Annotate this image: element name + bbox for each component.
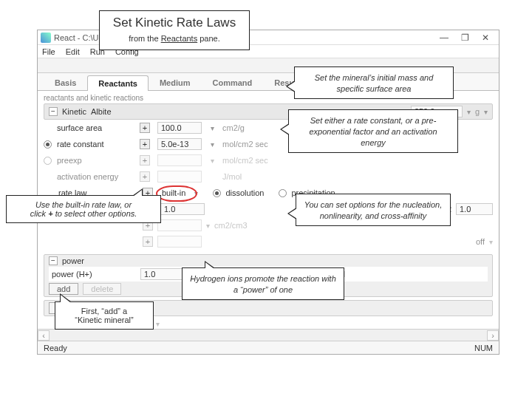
callout-tail-icon	[60, 293, 72, 302]
plus-button[interactable]: +	[140, 155, 150, 166]
xaff-off[interactable]: off	[476, 237, 485, 246]
callout-mass-text: Set the mineral’s initial mass and speci…	[315, 73, 434, 93]
horizontal-scrollbar[interactable]: ‹ ›	[38, 329, 499, 341]
callout-tail-icon	[287, 208, 296, 219]
builtin-text: built-in	[162, 188, 185, 197]
order2-input[interactable]: 1.0	[456, 203, 493, 215]
label-rate-constant: rate constant	[57, 140, 138, 149]
label-surface-area: surface area	[57, 123, 138, 132]
callout-title-l1: Set Kinetic Rate Laws	[107, 16, 242, 30]
plus-button[interactable]: +	[140, 171, 150, 182]
tab-reactants[interactable]: Reactants	[87, 75, 149, 91]
plus-button[interactable]: +	[140, 139, 150, 149]
callout-builtin-l1: Use the built-in rate law, or	[14, 200, 153, 209]
callout-rate: Set either a rate constant, or a pre-exp…	[288, 109, 458, 153]
dropdown-icon[interactable]: ▾	[484, 108, 488, 116]
rate-constant-input[interactable]: 5.0e-13	[157, 138, 202, 150]
callout-builtin-l2: click + to select other options.	[14, 209, 153, 218]
power-header: power	[62, 256, 84, 265]
power-delete-button[interactable]: delete	[83, 283, 121, 295]
order1-input[interactable]: 1.0	[160, 203, 205, 215]
radio-precipitation[interactable]	[279, 189, 287, 197]
callout-tail-icon	[286, 81, 295, 92]
callout-hions-text: Hydrogen ions promote the reaction with …	[190, 274, 336, 294]
dropdown-icon[interactable]: ▾	[489, 238, 493, 246]
scroll-left-icon[interactable]: ‹	[38, 330, 50, 341]
mineral-type: Kinetic	[62, 107, 86, 116]
scroll-right-icon[interactable]: ›	[487, 330, 499, 341]
callout-tail-icon	[205, 261, 215, 268]
app-icon	[41, 33, 51, 43]
dropdown-icon[interactable]: ▾	[211, 157, 221, 165]
label-activation-energy: activation energy	[57, 172, 138, 181]
callout-builtin: Use the built-in rate law, or click + to…	[6, 195, 161, 223]
statusbar: Ready NUM	[38, 341, 499, 354]
mineral-name: Albite	[91, 107, 112, 116]
nucleation-input[interactable]	[157, 219, 202, 231]
minimize-button[interactable]: —	[434, 31, 454, 44]
callout-addkm-l2: “Kinetic mineral”	[63, 316, 146, 324]
activation-energy-unit: J/mol	[222, 172, 493, 181]
radio-dissolution[interactable]	[213, 189, 221, 197]
row-activation-energy: activation energy + J/mol	[44, 168, 493, 185]
label-preexp: preexp	[57, 156, 138, 165]
status-ready: Ready	[44, 344, 67, 352]
row-preexp: preexp + ▾ mol/cm2 sec	[44, 152, 493, 168]
callout-title-l2: from the Reactants pane.	[107, 30, 242, 45]
menu-edit[interactable]: Edit	[66, 47, 80, 56]
dropdown-icon[interactable]: ▾	[467, 108, 471, 116]
callout-mass: Set the mineral’s initial mass and speci…	[294, 66, 454, 99]
callout-options-text: You can set options for the nucleation, …	[304, 200, 443, 220]
plus-button[interactable]: +	[140, 123, 150, 133]
xaff-input[interactable]	[157, 236, 202, 248]
nucleation-unit: cm2/cm3	[214, 221, 248, 230]
row-cross-affinity: + off ▾	[44, 233, 493, 250]
callout-hions: Hydrogen ions promote the reaction with …	[182, 267, 344, 300]
preexp-unit: mol/cm2 sec	[222, 156, 493, 165]
plus-button[interactable]: +	[143, 236, 153, 247]
dropdown-icon[interactable]: ▾	[211, 140, 221, 149]
tab-medium[interactable]: Medium	[149, 75, 202, 90]
callout-tail-icon	[280, 123, 289, 135]
radio-rate-constant[interactable]	[44, 140, 52, 149]
dropdown-icon[interactable]: ▾	[211, 124, 221, 132]
preexp-input[interactable]	[157, 154, 202, 166]
maximize-button[interactable]: ❐	[454, 31, 475, 44]
mineral-mass-unit[interactable]: g	[475, 107, 480, 116]
collapse-icon[interactable]: −	[49, 107, 58, 116]
dropdown-icon[interactable]: ▾	[156, 320, 160, 328]
rate-law-value[interactable]: built-in	[157, 187, 190, 199]
tab-basis[interactable]: Basis	[44, 75, 87, 90]
callout-options: You can set options for the nucleation, …	[296, 194, 451, 226]
dropdown-icon[interactable]: ▾	[194, 189, 198, 197]
activation-energy-input[interactable]	[157, 171, 202, 183]
callout-addkm-l1: First, “add” a	[63, 307, 146, 316]
power-species: power (H+)	[52, 270, 133, 279]
tab-command[interactable]: Command	[202, 75, 264, 90]
surface-area-input[interactable]: 100.0	[157, 122, 202, 134]
dropdown-icon[interactable]: ▾	[206, 222, 210, 230]
menu-file[interactable]: File	[42, 47, 55, 56]
status-num: NUM	[474, 344, 493, 352]
callout-title: Set Kinetic Rate Laws from the Reactants…	[99, 10, 250, 50]
callout-tail-icon	[132, 188, 143, 196]
callout-add-kinetic: First, “add” a “Kinetic mineral”	[55, 301, 154, 330]
collapse-icon[interactable]: −	[49, 256, 58, 265]
callout-rate-text: Set either a rate constant, or a pre-exp…	[309, 116, 437, 147]
radio-preexp[interactable]	[44, 157, 52, 165]
label-dissolution: dissolution	[225, 188, 264, 197]
close-button[interactable]: ✕	[475, 31, 496, 44]
